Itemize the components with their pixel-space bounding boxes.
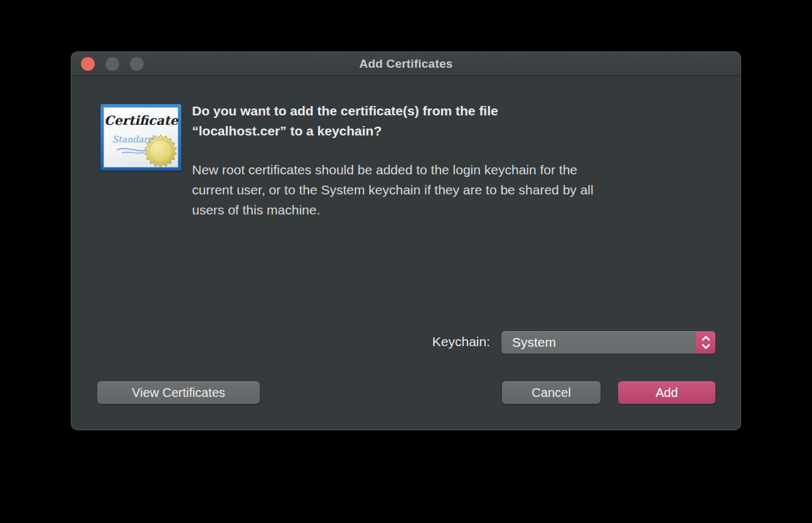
heading-line: Do you want to add the certificate(s) fr… [192, 101, 732, 121]
dialog-body: New root certificates should be added to… [192, 160, 732, 220]
body-line: New root certificates should be added to… [192, 160, 732, 180]
certificate-icon: Certificate Standard [100, 104, 181, 171]
certificate-frame: Certificate Standard [100, 104, 181, 171]
add-certificates-dialog: Add Certificates Certificate Standard [71, 51, 741, 430]
chevron-up-down-icon [701, 335, 711, 350]
body-line: users of this machine. [192, 200, 732, 220]
gold-seal-icon [142, 133, 179, 169]
view-certificates-button[interactable]: View Certificates [97, 381, 260, 404]
titlebar[interactable]: Add Certificates [72, 52, 740, 76]
certificate-title-text: Certificate [104, 113, 173, 128]
heading-line: “localhost.cer” to a keychain? [192, 121, 732, 141]
cancel-button[interactable]: Cancel [502, 381, 601, 404]
add-button[interactable]: Add [618, 381, 715, 404]
dialog-heading: Do you want to add the certificate(s) fr… [192, 101, 732, 141]
certificate-paper: Certificate Standard [104, 107, 178, 167]
keychain-selected-value: System [512, 331, 556, 354]
keychain-label: Keychain: [323, 334, 490, 349]
window-title: Add Certificates [72, 52, 740, 76]
select-stepper-cap [696, 331, 715, 354]
keychain-select[interactable]: System [501, 331, 715, 354]
body-line: current user, or to the System keychain … [192, 180, 732, 200]
